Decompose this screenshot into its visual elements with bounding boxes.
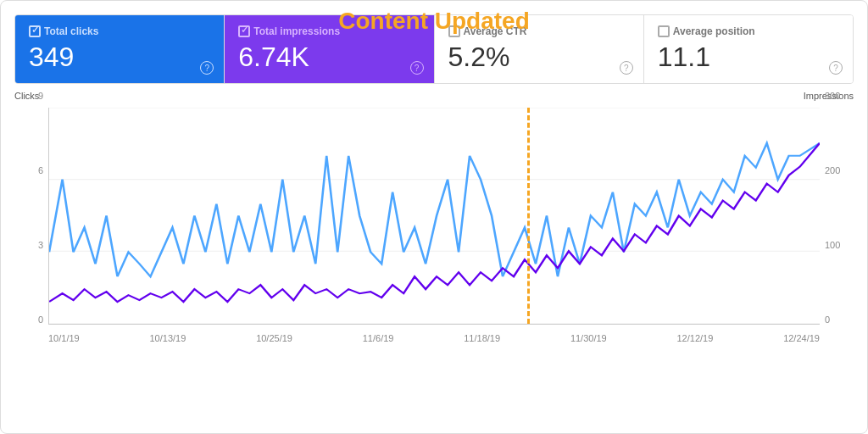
metric-card-total-impressions: Total impressions 6.74K ? bbox=[225, 15, 434, 83]
chart-inner bbox=[48, 108, 820, 325]
chart-area: Clicks Impressions 9 6 3 0 300 200 100 0 bbox=[14, 91, 854, 345]
checkbox-average-position[interactable] bbox=[658, 25, 670, 37]
y-right-label-300: 300 bbox=[825, 91, 840, 101]
clicks-polyline bbox=[49, 143, 820, 276]
metric-value-total-impressions: 6.74K bbox=[238, 41, 420, 73]
metric-label-average-ctr: Average CTR bbox=[448, 25, 630, 37]
x-label-4: 11/18/19 bbox=[464, 333, 500, 343]
x-label-3: 11/6/19 bbox=[363, 333, 394, 343]
y-left-label-9: 9 bbox=[38, 91, 43, 101]
metric-card-total-clicks: Total clicks 349 ? bbox=[15, 15, 225, 83]
y-left-label-3: 3 bbox=[38, 240, 43, 250]
help-icon-average-ctr[interactable]: ? bbox=[620, 61, 633, 75]
y-left-label-0: 0 bbox=[38, 314, 43, 325]
metric-label-total-clicks: Total clicks bbox=[29, 25, 210, 37]
help-icon-total-clicks[interactable]: ? bbox=[200, 61, 214, 75]
x-label-7: 12/24/19 bbox=[783, 333, 820, 343]
x-labels: 10/1/19 10/13/19 10/25/19 11/6/19 11/18/… bbox=[48, 333, 820, 343]
x-label-6: 12/12/19 bbox=[677, 333, 714, 343]
y-right-label-0: 0 bbox=[825, 314, 830, 325]
checkbox-average-ctr[interactable] bbox=[448, 25, 460, 37]
x-label-5: 11/30/19 bbox=[570, 333, 607, 343]
metric-card-average-ctr: Average CTR 5.2% ? bbox=[435, 15, 644, 83]
y-right-label-200: 200 bbox=[825, 165, 840, 175]
metric-value-average-ctr: 5.2% bbox=[448, 41, 630, 73]
y-left-label-6: 6 bbox=[38, 165, 43, 175]
dashboard-container: Content Updated Total clicks 349 ? Total… bbox=[0, 0, 868, 434]
x-label-0: 10/1/19 bbox=[48, 333, 80, 343]
help-icon-total-impressions[interactable]: ? bbox=[410, 61, 424, 75]
y-left-labels: 9 6 3 0 bbox=[14, 91, 47, 325]
content-updated-dashed-line bbox=[527, 108, 530, 324]
metric-label-total-impressions: Total impressions bbox=[238, 25, 420, 37]
checkbox-total-clicks[interactable] bbox=[29, 25, 41, 37]
metric-card-average-position: Average position 11.1 ? bbox=[644, 15, 853, 83]
metric-value-average-position: 11.1 bbox=[658, 41, 839, 73]
metric-label-average-position: Average position bbox=[658, 25, 839, 37]
x-label-1: 10/13/19 bbox=[150, 333, 186, 343]
metric-value-total-clicks: 349 bbox=[29, 41, 210, 73]
help-icon-average-position[interactable]: ? bbox=[829, 61, 843, 75]
x-label-2: 10/25/19 bbox=[256, 333, 292, 343]
y-right-label-100: 100 bbox=[825, 240, 840, 250]
checkbox-total-impressions[interactable] bbox=[238, 25, 250, 37]
chart-svg bbox=[49, 108, 820, 324]
metrics-row: Total clicks 349 ? Total impressions 6.7… bbox=[14, 14, 854, 84]
y-right-labels: 300 200 100 0 bbox=[821, 91, 854, 325]
